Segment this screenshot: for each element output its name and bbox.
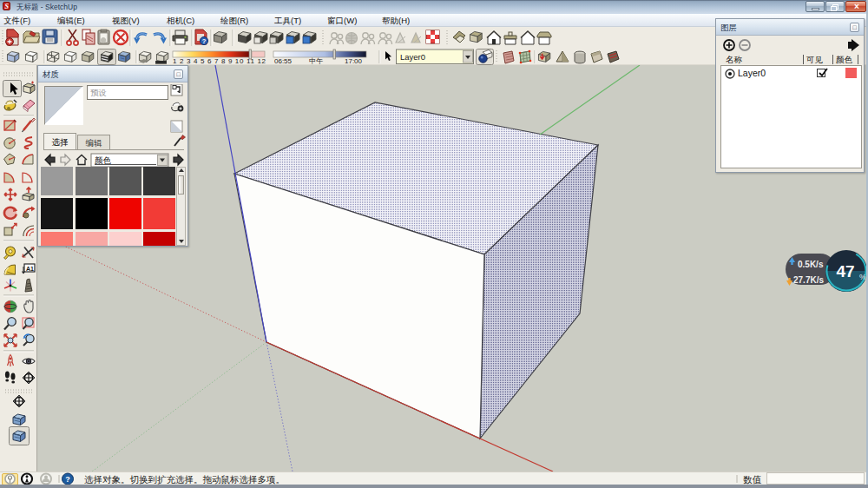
svg-text:0.5K/s: 0.5K/s xyxy=(798,260,824,269)
svg-text:47: 47 xyxy=(836,262,854,280)
svg-text:%: % xyxy=(859,273,866,281)
svg-text:颜色: 颜色 xyxy=(95,155,112,165)
svg-text:Layer0: Layer0 xyxy=(400,52,425,62)
svg-text:06:55: 06:55 xyxy=(274,57,293,65)
svg-text:?: ? xyxy=(65,475,70,484)
svg-text:中午: 中午 xyxy=(309,57,323,65)
svg-text:27.7K/s: 27.7K/s xyxy=(793,275,824,285)
svg-text:17:00: 17:00 xyxy=(345,57,363,65)
svg-text:1 2 3 4 5 6 7 8 9 10 11 12: 1 2 3 4 5 6 7 8 9 10 11 12 xyxy=(173,57,266,65)
svg-text:A1: A1 xyxy=(26,266,34,272)
svg-text:?: ? xyxy=(202,37,207,45)
